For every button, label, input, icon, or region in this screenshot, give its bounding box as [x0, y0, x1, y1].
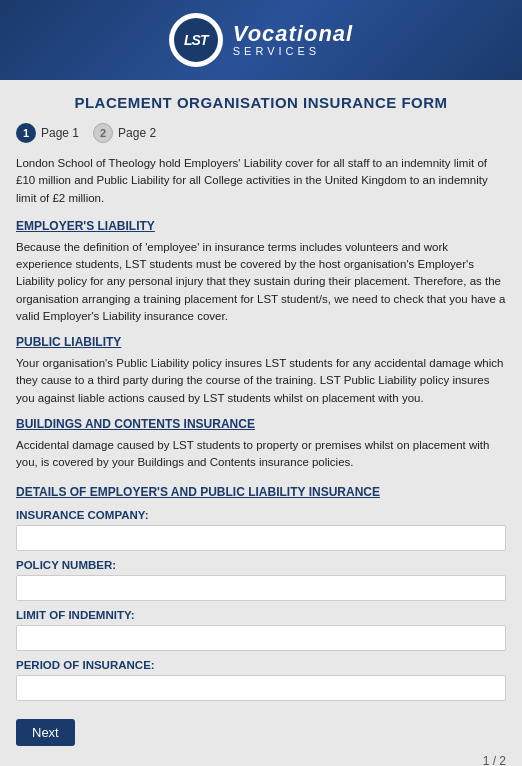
section-text-employer: Because the definition of 'employee' in …	[16, 239, 506, 325]
label-limit-indemnity: LIMIT OF INDEMNITY:	[16, 609, 506, 621]
details-heading: DETAILS OF EMPLOYER'S AND PUBLIC LIABILI…	[16, 485, 506, 499]
header: LST Vocational SERVICES	[0, 0, 522, 80]
field-group-insurance-company: INSURANCE COMPANY:	[16, 509, 506, 551]
page-2-label: Page 2	[118, 126, 156, 140]
brand-name: Vocational	[233, 23, 353, 45]
label-period-insurance: PERIOD OF INSURANCE:	[16, 659, 506, 671]
field-group-policy-number: POLICY NUMBER:	[16, 559, 506, 601]
logo-container: LST Vocational SERVICES	[169, 13, 353, 67]
next-button[interactable]: Next	[16, 719, 75, 746]
brand-sub: SERVICES	[233, 45, 353, 57]
logo-text: Vocational SERVICES	[233, 23, 353, 57]
input-policy-number[interactable]	[16, 575, 506, 601]
intro-text: London School of Theology hold Employers…	[16, 155, 506, 207]
label-policy-number: POLICY NUMBER:	[16, 559, 506, 571]
input-period-insurance[interactable]	[16, 675, 506, 701]
section-heading-buildings: BUILDINGS AND CONTENTS INSURANCE	[16, 417, 506, 431]
section-heading-public: PUBLIC LIABILITY	[16, 335, 506, 349]
field-group-period-insurance: PERIOD OF INSURANCE:	[16, 659, 506, 701]
page-1-label: Page 1	[41, 126, 79, 140]
page-1-bubble: 1	[16, 123, 36, 143]
section-text-buildings: Accidental damage caused by LST students…	[16, 437, 506, 472]
logo-initials: LST	[174, 18, 218, 62]
input-insurance-company[interactable]	[16, 525, 506, 551]
section-heading-employer: EMPLOYER'S LIABILITY	[16, 219, 506, 233]
logo-circle: LST	[169, 13, 223, 67]
footer-page-count: 1 / 2	[16, 754, 506, 766]
label-insurance-company: INSURANCE COMPANY:	[16, 509, 506, 521]
page-1-indicator[interactable]: 1 Page 1	[16, 123, 79, 143]
main-content: PLACEMENT ORGANISATION INSURANCE FORM 1 …	[0, 80, 522, 766]
field-group-limit-indemnity: LIMIT OF INDEMNITY:	[16, 609, 506, 651]
page-2-indicator[interactable]: 2 Page 2	[93, 123, 156, 143]
section-text-public: Your organisation's Public Liability pol…	[16, 355, 506, 407]
page-2-bubble: 2	[93, 123, 113, 143]
input-limit-indemnity[interactable]	[16, 625, 506, 651]
page-indicators: 1 Page 1 2 Page 2	[16, 123, 506, 143]
page-title: PLACEMENT ORGANISATION INSURANCE FORM	[16, 94, 506, 111]
